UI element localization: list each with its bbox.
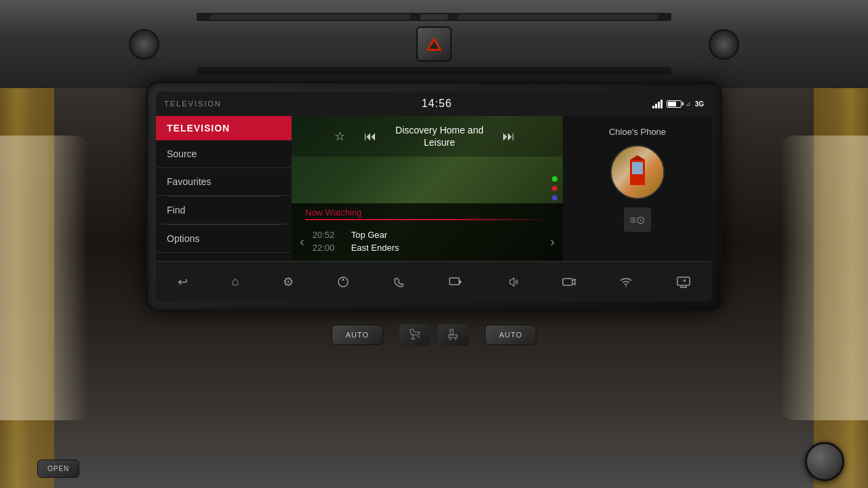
phone-button[interactable] — [388, 273, 411, 291]
nav-button[interactable] — [332, 273, 355, 291]
sidebar: TELEVISION Source Favourites Find Option… — [156, 116, 292, 261]
channel-name: Discovery Home and Leisure — [395, 124, 484, 148]
program-item-2: 22:00 East Enders — [313, 241, 542, 254]
dot-1 — [552, 176, 557, 182]
phone-name: Chloe's Phone — [609, 127, 666, 137]
tv-main-content: ☆ ⏮ Discovery Home and Leisure ⏭ — [292, 116, 563, 261]
svg-point-5 — [625, 285, 627, 287]
climate-icon-left[interactable] — [399, 324, 430, 346]
car-interior: TELEVISION 14:56 ⊿ 3G — [0, 0, 868, 488]
leather-left — [0, 136, 88, 420]
network-badge: 3G — [695, 100, 704, 108]
camera-icon — [562, 277, 576, 287]
seat-icon[interactable] — [438, 324, 469, 346]
programs: 20:52 Top Gear 22:00 East Enders — [313, 228, 542, 254]
camera-button[interactable] — [557, 274, 581, 290]
svg-rect-6 — [677, 277, 690, 285]
home-button[interactable]: ⌂ — [226, 272, 245, 291]
svg-rect-4 — [563, 279, 572, 285]
next-channel-button[interactable]: ⏭ — [497, 127, 520, 146]
power-knob[interactable] — [805, 442, 844, 481]
now-watching-section: Now Watching ‹ 20:52 Top Gear — [292, 203, 563, 261]
audio-icon — [507, 276, 519, 288]
wifi-button[interactable] — [614, 273, 638, 291]
app-name: TELEVISION — [164, 100, 222, 108]
now-watching-label: Now Watching — [292, 203, 563, 219]
channel-controls: ☆ ⏮ Discovery Home and Leisure ⏭ — [292, 116, 563, 157]
now-watching-underline — [305, 219, 549, 220]
program-list: ‹ 20:52 Top Gear 22:00 East Enders — [292, 224, 563, 261]
signal-icon — [652, 99, 663, 108]
phone-avatar — [610, 145, 665, 199]
favourite-button[interactable]: ☆ — [334, 129, 345, 144]
sidebar-item-favourites[interactable]: Favourites — [156, 168, 292, 196]
dot-3 — [552, 195, 557, 201]
left-auto-button[interactable]: AUTO — [332, 325, 383, 345]
phone-icon — [393, 276, 406, 288]
hazard-icon — [426, 37, 442, 51]
bottom-toolbar: ↩ ⌂ ⚙ — [156, 261, 712, 302]
next-program-button[interactable]: › — [542, 234, 563, 249]
content-area: TELEVISION Source Favourites Find Option… — [156, 116, 712, 261]
prev-program-button[interactable]: ‹ — [292, 234, 313, 249]
indicator-dots — [552, 176, 557, 201]
top-vent-area — [0, 0, 868, 88]
svg-rect-2 — [450, 278, 459, 285]
open-button[interactable]: OPEN — [37, 460, 79, 478]
sidebar-header: TELEVISION — [156, 116, 292, 140]
screen-bezel: TELEVISION 14:56 ⊿ 3G — [146, 81, 722, 312]
media-icon — [449, 276, 462, 288]
clock: 14:56 — [422, 98, 452, 110]
battery-icon — [667, 100, 682, 108]
media-button[interactable] — [443, 273, 468, 291]
settings-button[interactable]: ⚙ — [277, 272, 299, 292]
contact-list-icon: ≡⊙ — [630, 214, 645, 226]
svg-marker-1 — [342, 278, 344, 281]
screen-icon — [677, 276, 690, 288]
audio-button[interactable] — [501, 273, 524, 291]
dot-2 — [552, 186, 557, 191]
status-icons: ⊿ 3G — [652, 99, 704, 108]
svg-marker-3 — [459, 279, 462, 285]
main-screen: TELEVISION 14:56 ⊿ 3G — [156, 92, 712, 302]
right-panel: Chloe's Phone ≡⊙ — [563, 116, 712, 261]
bluetooth-icon: ⊿ — [686, 100, 691, 107]
prev-channel-button[interactable]: ⏮ — [359, 127, 382, 146]
sidebar-item-source[interactable]: Source — [156, 140, 292, 168]
leather-right — [780, 136, 868, 420]
program-item-1: 20:52 Top Gear — [313, 228, 542, 241]
sidebar-item-find[interactable]: Find — [156, 197, 292, 224]
back-button[interactable]: ↩ — [172, 272, 193, 292]
right-auto-button[interactable]: AUTO — [485, 325, 536, 345]
screen-button[interactable] — [671, 273, 696, 291]
below-screen-area: AUTO — [0, 317, 868, 346]
sidebar-item-options[interactable]: Options — [156, 225, 292, 253]
contact-list-button[interactable]: ≡⊙ — [624, 207, 651, 232]
wifi-icon — [619, 276, 633, 288]
right-vent-knob[interactable] — [709, 29, 739, 60]
hazard-button[interactable] — [416, 26, 452, 62]
nav-icon — [337, 276, 349, 288]
left-vent-knob[interactable] — [129, 29, 159, 60]
status-bar: TELEVISION 14:56 ⊿ 3G — [156, 92, 712, 116]
